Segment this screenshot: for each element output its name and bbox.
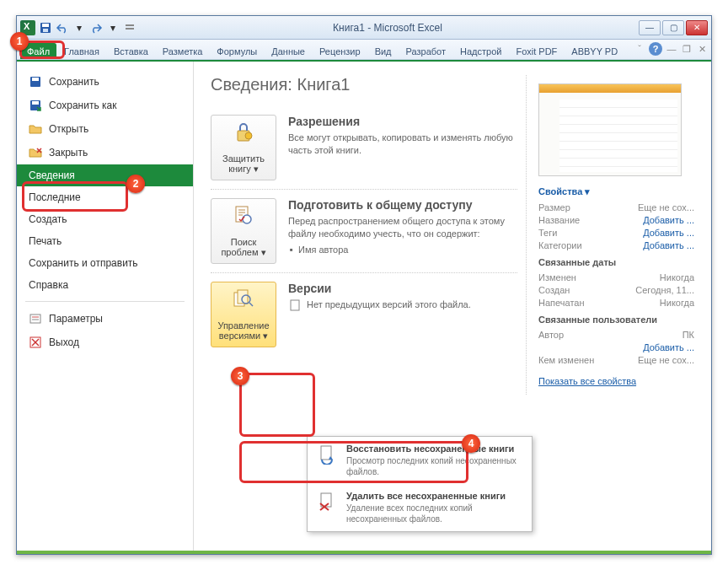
annotation-badge-3: 3 bbox=[231, 367, 249, 385]
window-controls: — ▢ ✕ bbox=[639, 20, 708, 35]
qat-redo-button[interactable] bbox=[89, 21, 103, 35]
saveas-icon bbox=[29, 99, 42, 112]
svg-point-18 bbox=[245, 132, 252, 139]
button-label: Поиск проблем bbox=[221, 237, 258, 257]
versions-icon bbox=[215, 288, 272, 317]
sidebar-item-new[interactable]: Создать bbox=[17, 208, 193, 230]
properties-dropdown[interactable]: Свойства ▾ bbox=[538, 186, 694, 197]
annotation-badge-1: 1 bbox=[10, 32, 29, 51]
sidebar-item-open[interactable]: Открыть bbox=[17, 117, 193, 141]
sidebar-item-help[interactable]: Справка bbox=[17, 274, 193, 296]
help-icon[interactable]: ? bbox=[649, 42, 662, 56]
inspect-icon bbox=[215, 204, 272, 234]
qat-undo-button[interactable] bbox=[56, 21, 69, 35]
qat-dropdown-icon[interactable]: ▾ bbox=[72, 21, 86, 35]
prop-row: НапечатанНикогда bbox=[538, 298, 694, 308]
app-window: ▾ ▾ Книга1 - Microsoft Excel — ▢ ✕ Файл … bbox=[16, 15, 712, 555]
sidebar-item-info[interactable]: Сведения bbox=[17, 164, 193, 186]
permissions-section: Защитить книгу ▾ Разрешения Все могут от… bbox=[211, 106, 517, 190]
minimize-button[interactable]: — bbox=[639, 20, 661, 35]
svg-line-24 bbox=[249, 303, 253, 306]
svg-rect-25 bbox=[291, 300, 299, 310]
protect-workbook-button[interactable]: Защитить книгу ▾ bbox=[211, 115, 276, 180]
recover-icon bbox=[316, 444, 338, 465]
folder-close-icon bbox=[29, 146, 42, 159]
show-all-properties-link[interactable]: Показать все свойства bbox=[538, 376, 636, 386]
menu-item-delete-unsaved[interactable]: Удалить все несохраненные книги Удаление… bbox=[308, 484, 532, 531]
sidebar-item-label: Печать bbox=[29, 235, 62, 247]
lock-icon bbox=[215, 121, 272, 150]
manage-versions-button[interactable]: Управление версиями ▾ bbox=[211, 282, 276, 347]
section-text: Все могут открывать, копировать и изменя… bbox=[288, 132, 517, 158]
menu-item-recover-unsaved[interactable]: Восстановить несохраненные книги Просмот… bbox=[308, 437, 532, 484]
share-section: Поиск проблем ▾ Подготовить к общему дос… bbox=[211, 190, 517, 273]
sidebar-item-label: Последние bbox=[29, 191, 81, 203]
ribbon-right-icons: ˇ ? — ❐ ✕ bbox=[634, 42, 708, 56]
sidebar-item-saveas[interactable]: Сохранить как bbox=[17, 94, 193, 117]
options-icon bbox=[29, 312, 42, 325]
tab-foxit[interactable]: Foxit PDF bbox=[509, 43, 564, 59]
sidebar-item-label: Открыть bbox=[49, 123, 88, 135]
tab-addins[interactable]: Надстрой bbox=[453, 43, 508, 59]
sidebar-item-exit[interactable]: Выход bbox=[17, 331, 193, 354]
menu-item-text: Просмотр последних копий несохраненных ф… bbox=[346, 455, 523, 477]
annotation-badge-4: 4 bbox=[462, 434, 480, 453]
sidebar-item-label: Сведения bbox=[29, 169, 75, 181]
section-bullet: Имя автора bbox=[288, 245, 517, 255]
qat-save-button[interactable] bbox=[39, 21, 52, 35]
mdi-close-icon[interactable]: ✕ bbox=[696, 43, 708, 55]
exit-icon bbox=[29, 336, 42, 349]
versions-section: Управление версиями ▾ Версии Нет предыду… bbox=[211, 273, 517, 356]
button-label: Защитить книгу bbox=[222, 153, 265, 174]
sidebar-item-options[interactable]: Параметры bbox=[17, 307, 193, 331]
prop-row: Добавить ... bbox=[538, 342, 694, 352]
tab-developer[interactable]: Разработ bbox=[399, 43, 452, 59]
prop-row: НазваниеДобавить ... bbox=[538, 215, 694, 225]
sidebar-item-label: Создать bbox=[29, 213, 67, 225]
close-button[interactable]: ✕ bbox=[686, 20, 708, 35]
section-text: Перед распространением общего доступа к … bbox=[288, 215, 517, 241]
prop-row: ИзмененНикогда bbox=[538, 272, 694, 282]
document-thumbnail[interactable] bbox=[538, 83, 682, 176]
svg-rect-11 bbox=[30, 315, 40, 323]
sidebar-item-save[interactable]: Сохранить bbox=[17, 70, 193, 94]
svg-point-20 bbox=[243, 215, 251, 223]
sidebar-item-label: Сохранить bbox=[49, 76, 99, 88]
tab-formulas[interactable]: Формулы bbox=[210, 43, 264, 59]
tab-abbyy[interactable]: ABBYY PD bbox=[565, 43, 624, 59]
prop-subhead: Связанные даты bbox=[538, 257, 694, 267]
tab-home[interactable]: Главная bbox=[57, 43, 106, 59]
menu-item-title: Восстановить несохраненные книги bbox=[346, 444, 523, 454]
sidebar-item-print[interactable]: Печать bbox=[17, 230, 193, 252]
svg-rect-3 bbox=[126, 24, 134, 26]
tab-data[interactable]: Данные bbox=[265, 43, 312, 59]
mdi-min-icon[interactable]: — bbox=[666, 43, 677, 55]
qat-dropdown-icon[interactable]: ▾ bbox=[106, 21, 120, 35]
menu-item-text: Удаление всех последних копий несохранен… bbox=[346, 503, 523, 524]
qat-customize-icon[interactable] bbox=[123, 21, 136, 35]
backstage-main: Сведения: Книга1 Защитить книгу ▾ Разреш… bbox=[194, 62, 711, 551]
prop-row: АвторПК bbox=[538, 330, 694, 340]
prop-row: Кем измененЕще не сох... bbox=[538, 355, 694, 365]
annotation-badge-2: 2 bbox=[126, 175, 145, 193]
bottom-accent bbox=[17, 551, 711, 554]
prop-row: ТегиДобавить ... bbox=[538, 228, 694, 238]
sidebar-item-label: Параметры bbox=[49, 313, 103, 325]
tab-insert[interactable]: Вставка bbox=[107, 43, 155, 59]
sidebar-item-label: Справка bbox=[29, 279, 68, 291]
maximize-button[interactable]: ▢ bbox=[662, 20, 684, 35]
prop-row: СозданСегодня, 11... bbox=[538, 285, 694, 295]
tab-layout[interactable]: Разметка bbox=[156, 43, 210, 59]
section-title: Подготовить к общему доступу bbox=[288, 198, 517, 212]
sidebar-item-recent[interactable]: Последние bbox=[17, 186, 193, 208]
sidebar-item-close[interactable]: Закрыть bbox=[17, 141, 193, 164]
tab-view[interactable]: Вид bbox=[368, 43, 399, 59]
properties-panel: Свойства ▾ РазмерЕще не сох... НазваниеД… bbox=[526, 75, 694, 395]
ribbon-minimize-icon[interactable]: ˇ bbox=[634, 43, 645, 55]
tab-review[interactable]: Рецензир bbox=[313, 43, 367, 59]
check-issues-button[interactable]: Поиск проблем ▾ bbox=[211, 198, 276, 264]
sidebar-item-send[interactable]: Сохранить и отправить bbox=[17, 252, 193, 274]
button-label: Управление версиями bbox=[217, 320, 269, 341]
delete-icon bbox=[316, 491, 338, 513]
mdi-restore-icon[interactable]: ❐ bbox=[681, 43, 693, 55]
